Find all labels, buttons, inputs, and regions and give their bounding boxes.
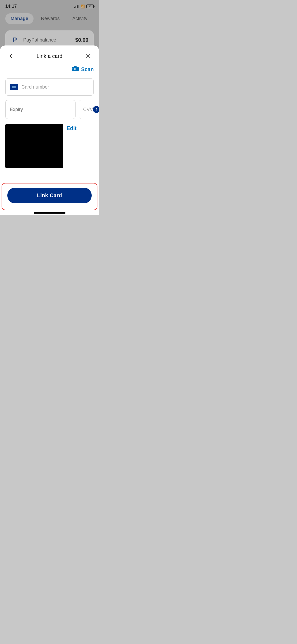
cvv-wrapper[interactable]: CVV ? — [79, 100, 99, 119]
edit-link[interactable]: Edit — [67, 124, 77, 131]
svg-point-4 — [75, 68, 76, 70]
camera-icon — [72, 66, 79, 73]
link-card-button[interactable]: Link Card — [7, 188, 92, 203]
link-card-btn-wrapper: Link Card — [2, 183, 97, 210]
back-button[interactable] — [6, 51, 16, 61]
card-chip-icon — [10, 84, 18, 90]
home-indicator — [0, 210, 99, 215]
svg-rect-6 — [72, 68, 73, 68]
home-bar — [34, 212, 65, 214]
card-number-placeholder: Card number — [21, 84, 49, 90]
card-number-field[interactable]: Card number — [5, 78, 94, 96]
scan-label[interactable]: Scan — [81, 66, 94, 72]
expiry-input[interactable] — [5, 100, 76, 119]
two-col-inputs: CVV ? — [5, 100, 94, 119]
modal-sheet: Link a card S — [0, 45, 99, 215]
cvv-help-icon[interactable]: ? — [93, 106, 99, 113]
modal-title: Link a card — [16, 53, 83, 59]
card-scan-preview — [5, 124, 63, 168]
modal-body: Scan Card number CVV ? Edit — [0, 66, 99, 183]
modal-header: Link a card — [0, 45, 99, 66]
cvv-placeholder: CVV — [83, 107, 93, 112]
scan-row: Scan — [5, 66, 94, 73]
close-button[interactable] — [83, 51, 93, 61]
card-scan-row: Edit — [5, 124, 94, 168]
svg-rect-5 — [74, 66, 77, 67]
modal-overlay: Link a card S — [0, 0, 99, 215]
